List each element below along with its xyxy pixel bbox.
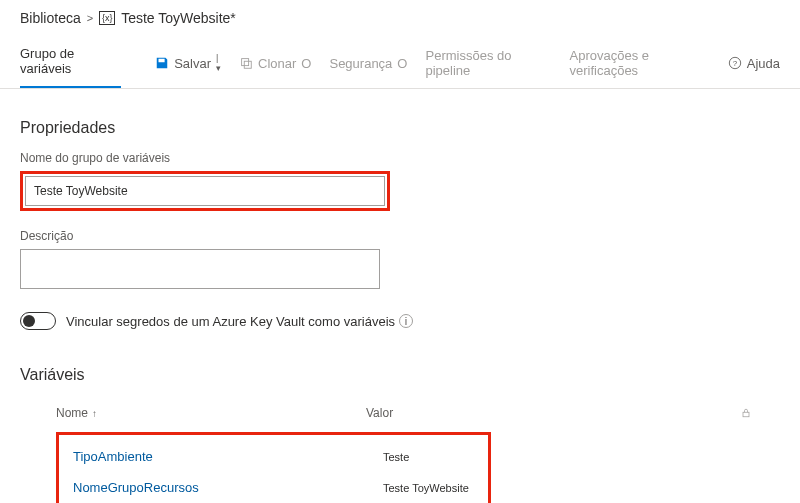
clone-icon <box>239 56 253 70</box>
sort-ascending-icon: ↑ <box>92 408 97 419</box>
lock-icon <box>740 407 752 419</box>
name-label: Nome do grupo de variáveis <box>20 151 780 165</box>
chevron-down-icon: |▾ <box>216 53 221 73</box>
tabs: Grupo de variáveis <box>20 38 139 88</box>
svg-rect-1 <box>244 61 251 68</box>
description-label: Descrição <box>20 229 780 243</box>
toggle-knob <box>23 315 35 327</box>
breadcrumb-root[interactable]: Biblioteca <box>20 10 81 26</box>
variable-value[interactable]: Teste ToyWebsite <box>383 482 488 494</box>
pipeline-permissions-button[interactable]: Permissões do pipeline <box>423 42 553 84</box>
variable-group-name-input[interactable] <box>25 176 385 206</box>
chevron-right-icon: > <box>87 12 93 24</box>
highlight-variable-rows: TipoAmbiente Teste NomeGrupoRecursos Tes… <box>56 432 491 503</box>
table-row[interactable]: NomeGrupoRecursos Teste ToyWebsite <box>59 472 488 503</box>
save-button[interactable]: Salvar |▾ <box>153 47 223 79</box>
variables-heading: Variáveis <box>20 366 780 384</box>
column-name[interactable]: Nome ↑ <box>56 406 366 420</box>
variable-name[interactable]: TipoAmbiente <box>73 449 383 464</box>
keyvault-toggle[interactable] <box>20 312 56 330</box>
table-row[interactable]: TipoAmbiente Teste <box>59 441 488 472</box>
tab-variable-group[interactable]: Grupo de variáveis <box>20 38 121 88</box>
variable-name[interactable]: NomeGrupoRecursos <box>73 480 383 495</box>
breadcrumb-title: Teste ToyWebsite* <box>121 10 236 26</box>
variable-group-icon: {x} <box>99 11 115 25</box>
svg-text:?: ? <box>733 59 738 68</box>
column-value[interactable]: Valor <box>366 406 740 420</box>
highlight-name-field <box>20 171 390 211</box>
help-button[interactable]: ? Ajuda <box>728 56 780 71</box>
help-icon: ? <box>728 56 742 70</box>
properties-heading: Propriedades <box>20 119 780 137</box>
save-icon <box>155 56 169 70</box>
keyvault-toggle-label: Vincular segredos de um Azure Key Vault … <box>66 314 413 329</box>
security-button[interactable]: Segurança O <box>327 50 409 77</box>
description-input[interactable] <box>20 249 380 289</box>
column-lock <box>740 407 780 419</box>
info-icon[interactable]: i <box>399 314 413 328</box>
clone-button[interactable]: Clonar O <box>237 50 313 77</box>
breadcrumb: Biblioteca > {x} Teste ToyWebsite* <box>0 0 800 32</box>
approvals-button[interactable]: Aprovações e verificações <box>567 42 713 84</box>
svg-rect-4 <box>743 412 749 417</box>
variables-table-header: Nome ↑ Valor <box>20 398 780 428</box>
svg-rect-0 <box>242 59 249 66</box>
variable-value[interactable]: Teste <box>383 451 488 463</box>
toolbar: Grupo de variáveis Salvar |▾ Clonar O Se… <box>0 32 800 89</box>
